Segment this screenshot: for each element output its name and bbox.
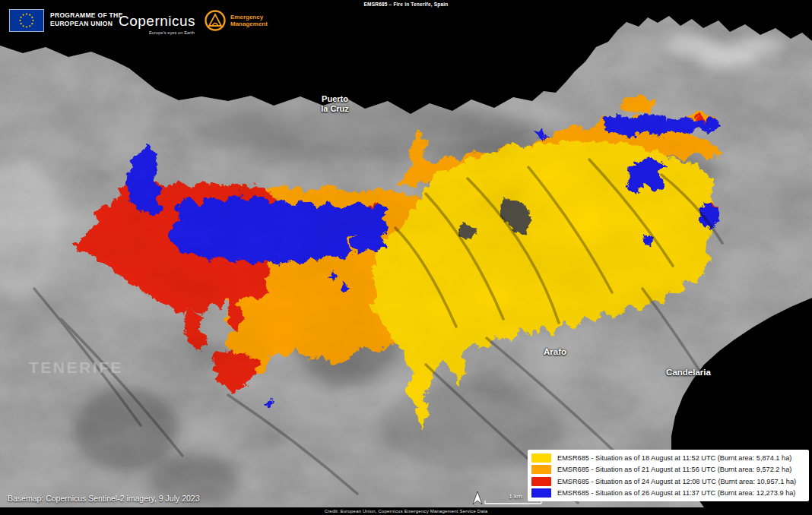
legend-label-24aug: EMSR685 - Situation as of 24 August at 1…: [557, 478, 796, 485]
eu-programme-line1: PROGRAMME OF THE: [50, 11, 122, 20]
legend-label-21aug: EMSR685 - Situation as of 21 August at 1…: [557, 466, 791, 473]
map-label-puerto-la-cruz: Puerto la Cruz: [303, 94, 367, 114]
credit-bar: Credit: European Union, Copernicus Emerg…: [0, 507, 812, 515]
basemap-credit: Basemap: Copernicus Sentinel-2 imagery, …: [8, 494, 200, 503]
copernicus-wordmark: Copernicus: [119, 13, 195, 30]
eu-programme-line2: EUROPEAN UNION: [50, 20, 122, 28]
eu-flag-logo: [9, 9, 44, 32]
legend-label-26aug: EMSR685 - Situation as of 26 August at 1…: [557, 489, 795, 497]
legend-label-18aug: EMSR685 - Situation as of 18 August at 1…: [557, 454, 791, 462]
copernicus-tagline: Europe's eyes on Earth: [119, 30, 195, 35]
legend: EMSR685 - Situation as of 18 August at 1…: [528, 450, 809, 501]
map-label-tenerife: TENERIFE: [29, 359, 123, 377]
copernicus-logo: Copernicus Europe's eyes on Earth: [119, 13, 195, 35]
legend-row-18aug: EMSR685 - Situation as of 18 August at 1…: [531, 453, 805, 463]
eu-programme-label: PROGRAMME OF THE EUROPEAN UNION: [50, 11, 122, 27]
legend-row-24aug: EMSR685 - Situation as of 24 August at 1…: [531, 476, 805, 486]
map-product: PROGRAMME OF THE EUROPEAN UNION Copernic…: [0, 0, 812, 515]
map-label-arafo: Arafo: [532, 347, 578, 356]
legend-swatch-21aug: [531, 465, 551, 474]
emergency-management-label: Emergency Management: [230, 14, 268, 28]
map-label-candelaria: Candelaria: [660, 368, 717, 377]
emergency-management-logo: Emergency Management: [204, 9, 268, 32]
page-title: EMSR685 – Fire in Tenerife, Spain: [0, 2, 812, 7]
legend-row-26aug: EMSR685 - Situation as of 26 August at 1…: [531, 488, 805, 498]
legend-swatch-24aug: [531, 477, 551, 486]
emergency-management-icon: [204, 9, 227, 32]
legend-row-21aug: EMSR685 - Situation as of 21 August at 1…: [531, 465, 805, 475]
map-canvas: [0, 0, 812, 515]
legend-swatch-18aug: [531, 453, 551, 463]
scale-bar-label: 1 km: [493, 493, 538, 500]
data-credit: Credit: European Union, Copernicus Emerg…: [325, 509, 488, 513]
